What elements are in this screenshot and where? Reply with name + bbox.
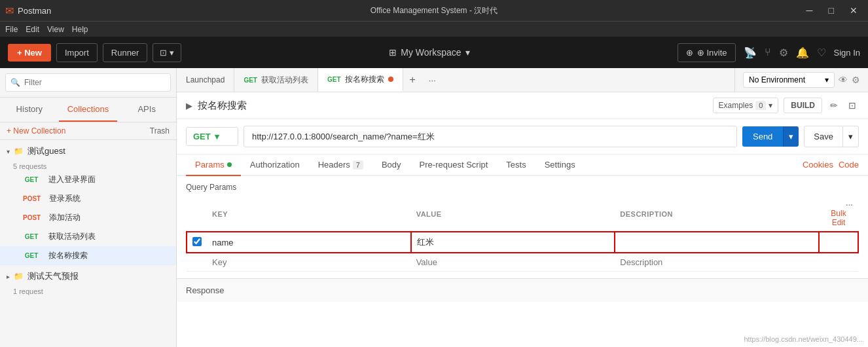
tab-params[interactable]: Params [186,155,241,176]
edit-icon[interactable]: ✏ [827,98,841,113]
menu-view[interactable]: View [47,25,64,34]
sidebar-content: ▾ 📁 测试guest 5 requests GET 进入登录界面 POST 登… [0,140,176,347]
method-select[interactable]: GET ▾ [186,127,238,146]
window-title: Office Management System - 汉时代 [371,5,498,16]
tab-headers[interactable]: Headers 7 [309,155,372,176]
satellite-icon[interactable]: 📡 [744,46,757,59]
col-key: KEY [207,197,411,232]
app-name: Postman [18,6,51,16]
request-header-right: Examples 0 ▾ BUILD ✏ ⊡ [713,98,859,113]
collapse-arrow-icon[interactable]: ▶ [186,101,192,111]
filter-input[interactable] [5,73,171,92]
new-description-input[interactable] [620,257,814,267]
method-get-badge: GET [327,76,341,83]
workspace-grid-icon: ⊞ [389,47,397,58]
env-dropdown[interactable]: No Environment ▾ [743,72,835,88]
examples-button[interactable]: Examples 0 ▾ [713,98,779,113]
menu-help[interactable]: Help [72,25,88,34]
build-button[interactable]: BUILD [784,98,822,113]
menu-file[interactable]: File [5,25,18,34]
maximize-btn[interactable]: □ [823,4,839,17]
share-icon[interactable]: ⊡ [846,98,859,113]
list-item[interactable]: POST 添加活动 [0,208,176,227]
import-button[interactable]: Import [56,43,98,62]
new-key-input[interactable] [212,257,406,267]
new-collection-button[interactable]: + New Collection [7,126,65,136]
tab-collections[interactable]: Collections [59,98,118,122]
tab-history[interactable]: History [0,98,59,122]
invite-button[interactable]: ⊕ ⊕ Invite [678,43,736,62]
list-item[interactable]: GET 按名称搜索 [0,246,176,265]
env-selector-bar: No Environment ▾ 👁 ⚙ [734,68,868,92]
param-value[interactable]: 红米 [411,232,615,253]
tab-tests[interactable]: Tests [497,155,535,176]
collection-header-guest[interactable]: ▾ 📁 测试guest [0,140,176,162]
title-bar: ✉ Postman Office Management System - 汉时代… [0,0,868,21]
tab-label: 按名称搜索 [345,74,384,85]
settings-icon[interactable]: ⚙ [779,46,788,59]
param-checkbox[interactable] [192,237,202,246]
capture-button[interactable]: ⊡ ▾ [153,43,181,62]
save-arrow-button[interactable]: ▾ [843,126,859,147]
trash-link[interactable]: Trash [150,126,170,136]
param-key[interactable]: name [207,232,411,253]
env-chevron-icon: ▾ [825,75,829,84]
list-item[interactable]: GET 进入登录界面 [0,170,176,189]
env-settings-icon[interactable]: ⚙ [852,75,860,85]
list-item[interactable]: GET 获取活动列表 [0,227,176,246]
more-tabs-button[interactable]: ··· [422,75,443,85]
tab-pre-request[interactable]: Pre-request Script [410,155,497,176]
url-bar: GET ▾ Send ▾ Save ▾ [177,119,868,155]
save-button[interactable]: Save [804,126,843,147]
new-value-input[interactable] [416,257,610,267]
menu-edit[interactable]: Edit [26,25,39,34]
workspace-switcher[interactable]: ⊞ My Workspace ▾ [187,47,672,58]
new-button[interactable]: + New [8,44,51,62]
postman-icon: ✉ [5,5,14,17]
heart-icon[interactable]: ♡ [817,46,826,59]
tab-apis[interactable]: APIs [117,98,176,122]
code-button[interactable]: Code [839,160,859,170]
list-item[interactable]: POST 登录系统 [0,189,176,208]
sidebar: 🔍 History Collections APIs + New Collect… [0,68,177,347]
request-title: 按名称搜索 [198,100,247,112]
request-name: 添加活动 [49,212,81,223]
menu-bar: File Edit View Help [0,21,868,37]
env-eye-icon[interactable]: 👁 [839,75,848,85]
method-badge-post: POST [20,213,44,222]
request-name: 登录系统 [49,193,81,204]
col-value: VALUE [411,197,615,232]
signin-button[interactable]: Sign In [834,48,860,58]
tab-body[interactable]: Body [372,155,410,176]
url-input[interactable] [244,126,737,147]
request-title-row: ▶ 按名称搜索 [186,100,247,112]
tab-get-activity[interactable]: GET 获取活动列表 [234,68,318,92]
window-controls: ─ □ ✕ [801,4,863,17]
close-btn[interactable]: ✕ [844,4,863,17]
send-button[interactable]: Send [742,126,783,147]
minimize-btn[interactable]: ─ [801,4,818,17]
request-tabs: Launchpad GET 获取活动列表 GET 按名称搜索 + ··· [177,68,734,92]
add-tab-button[interactable]: + [403,74,422,86]
collection-header-weather[interactable]: ▸ 📁 测试天气预报 [0,265,176,287]
more-icon[interactable]: ··· [846,201,853,209]
col-description: DESCRIPTION [615,197,819,232]
method-get-badge: GET [244,77,257,84]
tab-settings[interactable]: Settings [535,155,585,176]
param-description[interactable] [615,232,819,253]
method-chevron-icon: ▾ [215,132,219,141]
send-arrow-button[interactable]: ▾ [783,126,799,147]
request-header: ▶ 按名称搜索 Examples 0 ▾ BUILD ✏ ⊡ [177,92,868,119]
save-button-group: Save ▾ [804,126,859,147]
tab-launchpad[interactable]: Launchpad [177,68,234,92]
cookies-button[interactable]: Cookies [803,160,833,170]
sidebar-actions: + New Collection Trash [0,122,176,140]
runner-button[interactable]: Runner [103,43,148,62]
main-layout: 🔍 History Collections APIs + New Collect… [0,68,868,347]
tab-search-name[interactable]: GET 按名称搜索 [318,68,403,92]
bell-icon[interactable]: 🔔 [796,46,809,59]
git-icon[interactable]: ⑂ [765,46,771,58]
request-name: 进入登录界面 [48,174,96,185]
bulk-edit-button[interactable]: Bulk Edit [824,209,853,227]
tab-authorization[interactable]: Authorization [241,155,309,176]
